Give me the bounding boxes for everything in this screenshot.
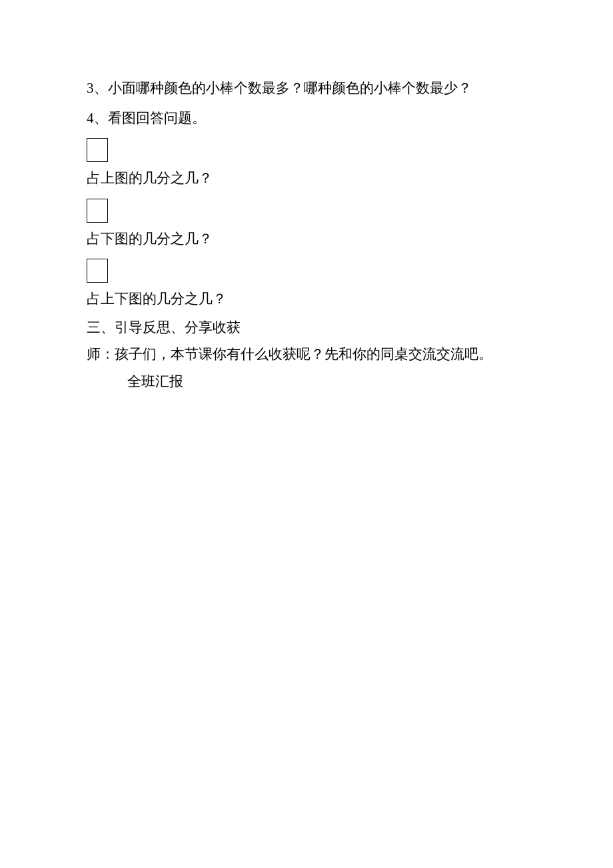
q4-item-1: 占上图的几分之几？ (87, 138, 526, 189)
q4-item-3: 占上下图的几分之几？ (87, 259, 526, 310)
question-4-intro: 4、看图回答问题。 (87, 107, 526, 129)
document-page: 3、小面哪种颜色的小棒个数最多？哪种颜色的小棒个数最少？ 4、看图回答问题。 占… (0, 0, 613, 392)
q4-item-2: 占下图的几分之几？ (87, 199, 526, 250)
teacher-line: 师：孩子们，本节课你有什么收获呢？先和你的同桌交流交流吧。 (87, 343, 526, 365)
q4-item-1-text: 占上图的几分之几？ (87, 167, 526, 189)
blank-box (87, 199, 108, 223)
blank-box (87, 259, 108, 283)
q4-item-2-text: 占下图的几分之几？ (87, 228, 526, 250)
class-report: 全班汇报 (87, 371, 526, 393)
section-3-title: 三、引导反思、分享收获 (87, 317, 526, 339)
blank-box (87, 138, 108, 162)
question-3: 3、小面哪种颜色的小棒个数最多？哪种颜色的小棒个数最少？ (87, 77, 526, 99)
q4-item-3-text: 占上下图的几分之几？ (87, 288, 526, 310)
